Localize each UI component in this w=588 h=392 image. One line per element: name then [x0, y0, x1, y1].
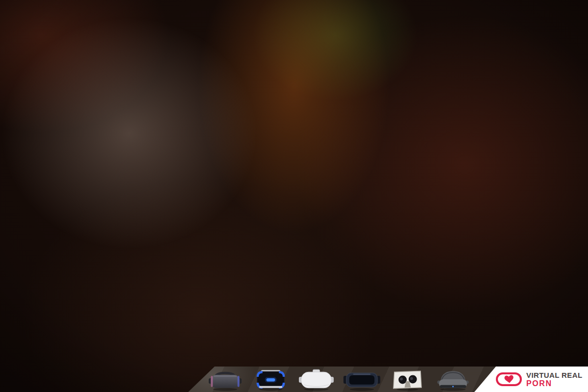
device-playstation-vr[interactable] — [251, 367, 290, 392]
device-rift-s[interactable] — [434, 367, 472, 392]
device-oculus-go[interactable] — [297, 367, 336, 392]
heart-icon — [496, 372, 522, 386]
playstation-vr-icon — [251, 367, 290, 392]
device-oculus-quest[interactable] — [206, 367, 245, 392]
device-cardboard[interactable] — [388, 367, 427, 392]
screen: VIRTUAL REAL PORN — [0, 0, 588, 392]
brand-wordmark: VIRTUAL REAL PORN — [526, 371, 583, 388]
cardboard-icon — [388, 367, 427, 392]
oculus-go-icon — [297, 367, 336, 392]
brand-line1: VIRTUAL REAL — [526, 371, 583, 379]
rift-s-icon — [434, 367, 472, 392]
gear-vr-icon — [343, 367, 381, 392]
device-list — [206, 367, 472, 392]
brand-line2: PORN — [526, 380, 583, 388]
device-gear-vr[interactable] — [343, 367, 381, 392]
brand-logo[interactable]: VIRTUAL REAL PORN — [496, 371, 583, 388]
video-frame — [0, 0, 588, 392]
oculus-quest-icon — [206, 367, 245, 392]
